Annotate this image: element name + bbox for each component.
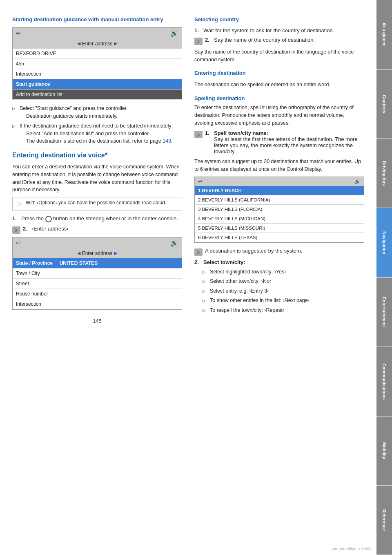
body5-row: 🔊 A destination is suggested by the syst… bbox=[194, 248, 364, 256]
rc-body1: Say the name of the country of destinati… bbox=[194, 48, 364, 64]
options-box: ▷ With ›Options‹ you can have the possib… bbox=[12, 197, 182, 210]
enter-address-label-2: Enter address bbox=[82, 251, 113, 256]
options-arrow-icon: ▷ bbox=[17, 200, 22, 208]
sidebar-tab-communications[interactable]: Communications bbox=[376, 347, 392, 416]
screen-mockup-1: ↩ 🔊 ◀ Enter address ▶ REXFORD DRIVE 455 … bbox=[12, 27, 182, 100]
spell-step1-detail: Say at least the first three letters of … bbox=[214, 136, 358, 154]
select-country-title: Selecting country bbox=[194, 16, 364, 23]
watermark: carmanualsonline.info bbox=[332, 546, 372, 551]
screen-mockup-2: ↩ 🔊 ◀ Enter address ▶ State / Province U… bbox=[12, 237, 182, 310]
bullet-select-start: Select "Start guidance" and press the co… bbox=[12, 105, 182, 120]
sidebar-tab-mobility[interactable]: Mobility bbox=[376, 416, 392, 486]
sug-row-3[interactable]: 3 BEVERLY HILLS (FLORIDA) bbox=[195, 205, 364, 214]
screen-row-rexford: REXFORD DRIVE bbox=[13, 49, 182, 59]
section-spelling-destination: Spelling destination To enter the destin… bbox=[194, 95, 364, 314]
section-select-country: Selecting country 1. Wait for the system… bbox=[194, 16, 364, 63]
screen-row-intersection: Intersection bbox=[13, 69, 182, 79]
left-column: Starting destination guidance with manua… bbox=[12, 16, 182, 324]
body5-speaker-icon: 🔊 bbox=[194, 248, 203, 256]
screen-row-state: State / Province UNITED STATES bbox=[13, 258, 182, 269]
section2-title: Entering destination via voice* bbox=[12, 151, 182, 160]
section1-title: Starting destination guidance with manua… bbox=[12, 16, 182, 23]
spelling-dest-title: Spelling destination bbox=[194, 95, 364, 101]
step2b-row: 2. Select town/city: bbox=[194, 259, 364, 265]
page-number: 145 bbox=[12, 318, 182, 324]
section-voice-entry: Entering destination via voice* You can … bbox=[12, 151, 182, 309]
section-entering-destination: Entering destination The destination can… bbox=[194, 70, 364, 89]
rc-step2-content: Say the name of the country of destinati… bbox=[214, 37, 364, 43]
sidebar-tab-controls[interactable]: Controls bbox=[376, 69, 392, 139]
sug-speaker-icon: 🔊 bbox=[354, 179, 361, 184]
screen-header-1: ↩ 🔊 bbox=[13, 28, 182, 39]
back-arrow-icon: ↩ bbox=[16, 30, 21, 36]
speaker-icon-2: 🔊 bbox=[170, 239, 178, 247]
bullet-sub-1: Destination guidance starts immediately. bbox=[20, 113, 182, 120]
sug-row-2[interactable]: 2 BEVERLY HILLS (CALIFORNIA) bbox=[195, 195, 364, 205]
enter-address-label: Enter address bbox=[82, 41, 113, 47]
sidebar: At a glance Controls Driving tips Naviga… bbox=[376, 0, 392, 555]
sug-row-4[interactable]: 4 BEVERLY HILLS (MICHIGAN) bbox=[195, 214, 364, 224]
page-link-149[interactable]: 149 bbox=[163, 138, 171, 144]
entering-dest-title: Entering destination bbox=[194, 70, 364, 77]
spell-step1-label: 1. bbox=[205, 130, 212, 136]
right-arrow-2-icon: ▶ bbox=[114, 251, 117, 256]
screen-row-intersection2: Intersection bbox=[13, 299, 182, 309]
step2-content: ›Enter address‹ bbox=[32, 226, 182, 232]
sidebar-tab-navigation[interactable]: Navigation bbox=[376, 208, 392, 278]
step1-row: 1. Press the button on the steering whee… bbox=[12, 215, 182, 222]
entering-dest-body: The destination can be spelled or entere… bbox=[194, 81, 364, 89]
sub-bullet-next-page: To show other entries in the list: ›Next… bbox=[203, 297, 364, 304]
sidebar-tab-at-a-glance[interactable]: At a glance bbox=[376, 0, 392, 69]
sidebar-tab-reference[interactable]: Reference bbox=[376, 486, 392, 555]
section-manual-entry: Starting destination guidance with manua… bbox=[12, 16, 182, 145]
left-arrow-icon: ◀ bbox=[77, 41, 80, 46]
screen-header-2: ↩ 🔊 bbox=[13, 237, 182, 248]
spell-speaker-icon: 🔊 bbox=[194, 131, 203, 138]
sub-bullet-entry: Select entry, e.g. ›Entry 3‹ bbox=[203, 288, 364, 295]
section2-body: You can enter a desired destination via … bbox=[12, 163, 182, 194]
body4: The system can suggest up to 20 destinat… bbox=[194, 158, 364, 173]
sug-row-5[interactable]: 5 BEVERLY HILLS (MISSOURI) bbox=[195, 224, 364, 233]
sidebar-tab-driving-tips[interactable]: Driving tips bbox=[376, 139, 392, 208]
rc-step2-label: 2. bbox=[205, 37, 212, 43]
step2-row: 🔊 2. ›Enter address‹ bbox=[12, 226, 182, 234]
main-content: Starting destination guidance with manua… bbox=[0, 0, 376, 340]
sub-bullet-yes: Select highlighted town/city: ›Yes‹ bbox=[203, 269, 364, 276]
step1-content: Press the button on the steering wheel o… bbox=[21, 215, 182, 222]
spell-step1-strong: Spell town/city name: bbox=[214, 130, 268, 136]
spell-step1-row: 🔊 1. Spell town/city name: Say at least … bbox=[194, 130, 364, 154]
screen-row-house: House number bbox=[13, 289, 182, 299]
screen-row-add-to-list[interactable]: Add to destination list bbox=[13, 90, 182, 100]
rc-step2-row: 🔊 2. Say the name of the country of dest… bbox=[194, 37, 364, 45]
screen-row-455: 455 bbox=[13, 59, 182, 69]
screen-center-row-1: ◀ Enter address ▶ bbox=[13, 39, 182, 49]
sub-bullet-repeat: To respell the town/city: ›Repeat‹ bbox=[203, 307, 364, 314]
right-arrow-icon: ▶ bbox=[114, 41, 117, 46]
spelling-dest-body: To enter the destination, spell it using… bbox=[194, 104, 364, 127]
rc-step1-row: 1. Wait for the system to ask for the co… bbox=[194, 27, 364, 34]
steering-wheel-icon bbox=[45, 216, 52, 222]
small-speaker-icon: 🔊 bbox=[12, 226, 20, 234]
step2b-content: Select town/city: bbox=[203, 259, 364, 265]
sug-row-6[interactable]: 6 BEVERLY HILLS (TEXAS) bbox=[195, 233, 364, 242]
bullet-sub-2: Select "Add to destination list" and pre… bbox=[20, 130, 182, 145]
rc-step1-content: Wait for the system to ask for the count… bbox=[203, 27, 364, 34]
sub-bullets-list: Select highlighted town/city: ›Yes‹ Sele… bbox=[194, 269, 364, 314]
sidebar-tab-entertainment[interactable]: Entertainment bbox=[376, 278, 392, 347]
step2b-strong: Select town/city: bbox=[203, 259, 245, 265]
rc-step1-label: 1. bbox=[194, 27, 201, 34]
body5-text: A destination is suggested by the system… bbox=[205, 248, 302, 254]
back-arrow-2-icon: ↩ bbox=[16, 239, 21, 246]
left-arrow-2-icon: ◀ bbox=[77, 251, 80, 256]
bullet-if-not-immediate: If the destination guidance does not nee… bbox=[12, 123, 182, 145]
screen-row-start-guidance[interactable]: Start guidance bbox=[13, 79, 182, 90]
screen-row-street: Street bbox=[13, 279, 182, 289]
spell-step1-content: Spell town/city name: Say at least the f… bbox=[214, 130, 364, 154]
step2-label: 2. bbox=[23, 226, 29, 232]
sug-back-icon: ↩ bbox=[198, 179, 202, 184]
sug-row-1[interactable]: 1 BEVERLY BEACH bbox=[195, 186, 364, 195]
sub-bullet-no: Select other town/city: ›No‹ bbox=[203, 278, 364, 285]
options-box-text: With ›Options‹ you can have the possible… bbox=[26, 200, 166, 206]
sug-header: ↩ 🔊 bbox=[195, 177, 364, 186]
suggestions-screen: ↩ 🔊 1 BEVERLY BEACH 2 BEVERLY HILLS (CAL… bbox=[194, 177, 364, 243]
